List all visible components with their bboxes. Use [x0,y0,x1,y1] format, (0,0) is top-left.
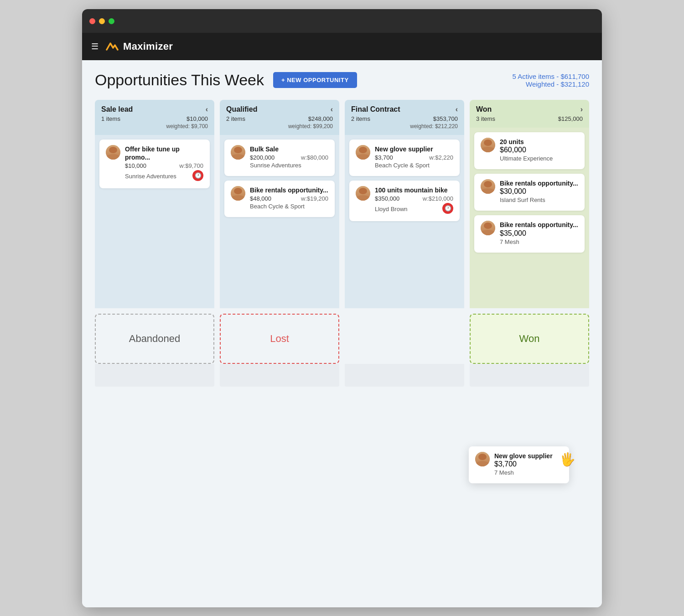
cards-area-qualified: Bulk Sale $200,000 w:$80,000 Sunrise Adv… [220,135,339,308]
card-amount-bike-rentals-won: $30,000 [500,187,578,196]
card-bulk-sale[interactable]: Bulk Sale $200,000 w:$80,000 Sunrise Adv… [224,140,335,176]
card-bike-rentals-q[interactable]: Bike rentals opportunity... $48,000 w:$1… [224,181,335,217]
avatar-20-units [481,138,495,152]
drop-zones: Abandoned Lost Won [95,314,589,364]
weighted-label: Weighted - $321,120 [513,80,589,88]
column-name-qualified: Qualified [226,105,257,114]
page-header-right: 5 Active items - $611,700 Weighted - $32… [513,72,589,88]
cards-area-final-contract: New glove supplier $3,700 w:$2,220 Beach… [345,135,464,308]
drag-preview-title: New glove supplier [494,452,563,460]
page-title: Opportunities This Week [95,71,264,89]
close-dot[interactable] [89,18,95,24]
card-amount-100-mountain: $350,000 [375,195,399,202]
column-header-qualified: Qualified ‹ 2 items $248,000 weighted: $… [220,100,339,135]
column-count-won: 3 items [476,115,495,122]
column-count-qualified: 2 items [226,115,245,122]
app-header: ☰ Maximizer [82,33,602,60]
column-name-sale-lead: Sale lead [101,105,133,114]
card-title-bike-rentals-won2: Bike rentals opportunity... [500,221,578,229]
card-bike-rentals-won[interactable]: Bike rentals opportunity... $30,000 Isla… [474,174,585,211]
app-window: ☰ Maximizer Opportunities This Week + NE… [82,9,602,607]
card-weighted-bike-rentals-q: w:$19,200 [301,195,328,202]
drag-preview-card: New glove supplier $3,700 7 Mesh 🖐 [469,446,569,483]
avatar-100-mountain [356,186,370,201]
drop-zone-won[interactable]: Won [470,314,589,364]
logo-icon [106,41,119,52]
kanban-board: Sale lead ‹ 1 items $10,000 weighted: $9… [95,100,589,308]
drop-zone-empty [345,314,464,364]
column-sale-lead: Sale lead ‹ 1 items $10,000 weighted: $9… [95,100,214,308]
card-amount-bike-rentals-won2: $35,000 [500,229,578,238]
column-total-won: $125,000 [558,115,583,122]
card-20-units[interactable]: 20 units $60,000 Ultimate Experience [474,132,585,169]
drop-zone-lost-label: Lost [270,333,289,345]
drag-preview-amount: $3,700 [494,460,563,468]
column-total-sale-lead: $10,000 [187,115,208,122]
column-nav-qualified[interactable]: ‹ [331,105,333,114]
card-company-100-mountain: Lloyd Brown [375,206,408,212]
hamburger-icon[interactable]: ☰ [91,41,98,52]
card-title-bike-rentals-won: Bike rentals opportunity... [500,179,578,187]
card-title-bike-rentals-q: Bike rentals opportunity... [250,186,328,194]
card-company-new-glove: Beach Cycle & Sport [375,162,453,169]
avatar-drag-preview [475,452,490,466]
card-title-offer-bike: Offer bike tune up promo... [125,145,203,161]
app-title: Maximizer [123,41,173,52]
column-nav-final-contract[interactable]: ‹ [456,105,458,114]
avatar-bike-rentals-q [231,186,245,201]
kanban-wrapper: Sale lead ‹ 1 items $10,000 weighted: $9… [95,100,589,387]
maximize-dot[interactable] [109,18,114,24]
bottom-cell-2 [220,364,339,387]
card-amount-new-glove: $3,700 [375,154,393,161]
card-weighted-100-mountain: w:$210,000 [423,195,453,202]
column-nav-won[interactable]: › [580,105,583,114]
avatar-bike-rentals-won2 [481,221,495,235]
card-offer-bike[interactable]: Offer bike tune up promo... $10,000 w:$9… [99,140,210,188]
card-company-bike-rentals-won: Island Surf Rents [500,197,578,203]
drop-zone-lost[interactable]: Lost [220,314,339,364]
card-company-20-units: Ultimate Experience [500,155,578,162]
new-opportunity-button[interactable]: + NEW OPPORTUNITY [273,72,357,88]
card-title-new-glove: New glove supplier [375,145,453,153]
drop-zone-won-label: Won [519,333,540,345]
avatar-bulk-sale [231,145,245,160]
column-final-contract: Final Contract ‹ 2 items $353,700 weight… [345,100,464,308]
minimize-dot[interactable] [99,18,105,24]
column-total-qualified: $248,000 [308,115,333,122]
page-header: Opportunities This Week + NEW OPPORTUNIT… [95,71,589,89]
logo-area: Maximizer [106,41,173,52]
column-name-final-contract: Final Contract [351,105,400,114]
bottom-strip [95,364,589,387]
drop-zone-abandoned-label: Abandoned [129,333,181,345]
column-count-sale-lead: 1 items [101,115,120,122]
cards-area-won: 20 units $60,000 Ultimate Experience [470,128,589,308]
column-weighted-sale-lead: weighted: $9,700 [101,123,208,129]
overdue-icon-100-mountain: 🕐 [442,203,453,214]
overdue-icon-offer-bike: 🕐 [192,170,203,181]
title-bar [82,9,602,33]
cards-area-sale-lead: Offer bike tune up promo... $10,000 w:$9… [95,135,214,308]
card-title-100-mountain: 100 units mountain bike [375,186,453,194]
column-name-won: Won [476,105,492,114]
card-company-bike-rentals-won2: 7 Mesh [500,238,578,245]
card-new-glove[interactable]: New glove supplier $3,700 w:$2,220 Beach… [349,140,460,176]
drop-zone-abandoned[interactable]: Abandoned [95,314,214,364]
card-amount-offer-bike: $10,000 [125,162,146,169]
column-total-final-contract: $353,700 [433,115,458,122]
card-bike-rentals-won2[interactable]: Bike rentals opportunity... $35,000 7 Me… [474,215,585,252]
column-count-final-contract: 2 items [351,115,370,122]
active-items-label: 5 Active items - $611,700 [513,72,589,80]
column-nav-sale-lead[interactable]: ‹ [206,105,208,114]
card-100-mountain[interactable]: 100 units mountain bike $350,000 w:$210,… [349,181,460,221]
column-header-won: Won › 3 items $125,000 [470,100,589,128]
main-content: Opportunities This Week + NEW OPPORTUNIT… [82,60,602,607]
bottom-cell-3 [345,364,464,387]
card-title-20-units: 20 units [500,138,578,146]
card-amount-bike-rentals-q: $48,000 [250,195,271,202]
page-header-left: Opportunities This Week + NEW OPPORTUNIT… [95,71,357,89]
column-won: Won › 3 items $125,000 [470,100,589,308]
cursor-hand-icon: 🖐 [560,452,575,467]
card-amount-20-units: $60,000 [500,146,578,154]
card-weighted-bulk-sale: w:$80,000 [301,154,328,161]
bottom-cell-1 [95,364,214,387]
